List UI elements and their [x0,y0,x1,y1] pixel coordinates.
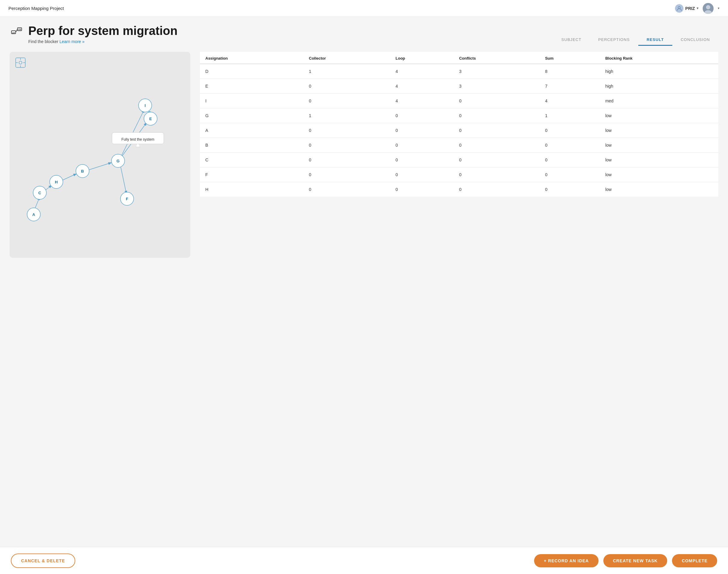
page-header: AB CB Perp for system migration Find the… [10,24,178,44]
top-navigation: Perception Mapping Project PRIZ ▾ ▾ [0,0,728,17]
project-icon: AB CB [10,26,24,40]
cell-collector: 0 [303,153,390,167]
tooltip-text: Fully test the system [121,137,154,141]
table-row: G1001low [200,109,718,123]
page-title: Perp for system migration [28,24,178,37]
node-a-label: A [32,212,35,217]
user-chevron: ▾ [697,6,698,10]
cell-blocking_rank: low [600,182,718,197]
svg-point-2 [706,5,710,9]
cell-assignation: C [200,153,303,167]
node-e-label: E [149,117,152,121]
svg-point-9 [19,61,22,64]
focus-icon[interactable] [14,56,27,69]
cell-loop: 4 [390,79,454,94]
edge-c-h [45,185,52,190]
cell-assignation: G [200,109,303,123]
tooltip-group: Fully test the system [112,132,164,147]
avatar[interactable] [703,3,714,14]
cell-conflicts: 0 [454,109,540,123]
node-g-label: G [117,159,120,163]
col-sum: Sum [540,52,600,64]
svg-text:AB: AB [12,32,15,34]
cell-sum: 1 [540,109,600,123]
col-collector: Collector [303,52,390,64]
page-subtitle: Find the blocker Learn more » [28,39,178,44]
cell-loop: 0 [390,182,454,197]
cancel-delete-button[interactable]: CANCEL & DELETE [11,554,75,568]
content-row: A C H B G F I E [10,52,718,258]
complete-button[interactable]: COMPLETE [672,554,717,567]
user-name: PRIZ [685,6,695,11]
app-title: Perception Mapping Project [8,6,64,11]
col-loop: Loop [390,52,454,64]
cell-collector: 1 [303,64,390,79]
cell-loop: 4 [390,64,454,79]
edge-b-g [88,163,112,170]
table-row: E0437high [200,79,718,94]
tab-perceptions[interactable]: PERCEPTIONS [590,33,638,46]
cell-blocking_rank: high [600,64,718,79]
col-conflicts: Conflicts [454,52,540,64]
cell-collector: 0 [303,182,390,197]
create-task-button[interactable]: CREATE NEW TASK [603,554,668,567]
cell-collector: 1 [303,109,390,123]
cell-sum: 0 [540,153,600,167]
cell-assignation: I [200,94,303,109]
cell-sum: 0 [540,182,600,197]
cell-collector: 0 [303,167,390,182]
cell-blocking_rank: low [600,138,718,153]
user-menu[interactable]: PRIZ ▾ [675,4,698,13]
page-title-block: Perp for system migration Find the block… [28,24,178,44]
cell-sum: 0 [540,123,600,138]
node-f-label: F [126,197,128,201]
graph-svg: A C H B G F I E [10,52,190,256]
node-b-label: B [81,169,84,173]
cell-collector: 0 [303,123,390,138]
cell-assignation: H [200,182,303,197]
cell-loop: 0 [390,167,454,182]
cell-assignation: B [200,138,303,153]
cell-loop: 0 [390,123,454,138]
edge-g-f [120,166,126,194]
cell-sum: 0 [540,167,600,182]
record-idea-button[interactable]: + RECORD AN IDEA [534,554,598,567]
cell-sum: 8 [540,64,600,79]
cell-loop: 0 [390,109,454,123]
node-i-label: I [144,103,146,108]
tab-result[interactable]: RESULT [638,33,672,46]
cell-assignation: D [200,64,303,79]
cell-collector: 0 [303,94,390,109]
learn-more-link[interactable]: Learn more » [59,39,85,44]
table-row: D1438high [200,64,718,79]
cell-loop: 0 [390,138,454,153]
cell-blocking_rank: low [600,153,718,167]
col-assignation: Assignation [200,52,303,64]
cell-conflicts: 0 [454,123,540,138]
tab-subject[interactable]: SUBJECT [553,33,590,46]
cell-conflicts: 0 [454,138,540,153]
table-row: B0000low [200,138,718,153]
cell-conflicts: 0 [454,153,540,167]
cell-blocking_rank: low [600,109,718,123]
cell-conflicts: 3 [454,64,540,79]
cell-conflicts: 0 [454,167,540,182]
svg-text:CB: CB [18,28,21,31]
graph-panel: A C H B G F I E [10,52,190,258]
table-row: A0000low [200,123,718,138]
avatar-chevron[interactable]: ▾ [718,6,720,10]
edge-h-b [62,174,77,180]
cell-sum: 0 [540,138,600,153]
main-content: AB CB Perp for system migration Find the… [0,17,728,288]
table-row: I0404med [200,94,718,109]
table-row: H0000low [200,182,718,197]
node-h-label: H [55,180,57,184]
tab-conclusion[interactable]: CONCLUSION [672,33,718,46]
cell-assignation: E [200,79,303,94]
table-row: F0000low [200,167,718,182]
cell-collector: 0 [303,79,390,94]
btn-group-right: + RECORD AN IDEA CREATE NEW TASK COMPLET… [534,554,717,567]
cell-blocking_rank: high [600,79,718,94]
nav-right: PRIZ ▾ ▾ [675,3,720,14]
cell-loop: 0 [390,153,454,167]
